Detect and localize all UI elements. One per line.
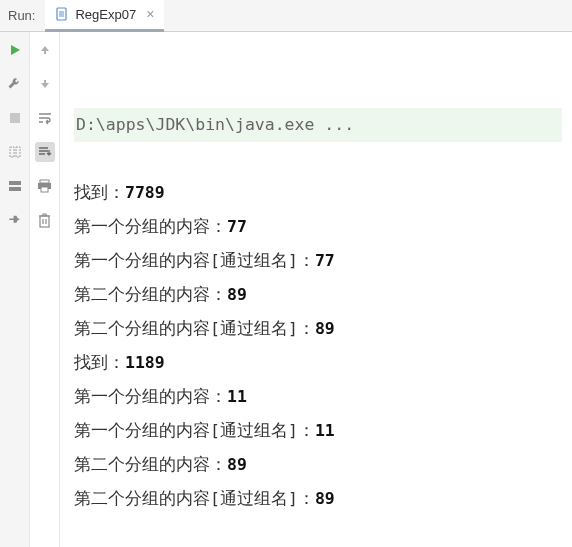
close-icon[interactable]: × (146, 6, 154, 22)
out-row: 第一个分组的内容：77 (74, 217, 247, 236)
svg-rect-2 (9, 181, 21, 185)
run-label: Run: (0, 8, 45, 23)
layout-icon[interactable] (5, 176, 25, 196)
soft-wrap-icon[interactable] (35, 108, 55, 128)
svg-rect-1 (10, 113, 20, 123)
run-body: D:\apps\JDK\bin\java.exe ... 找到：7789 第一个… (0, 32, 572, 547)
pin-icon[interactable] (5, 210, 25, 230)
svg-rect-4 (44, 50, 46, 54)
svg-rect-9 (40, 216, 49, 227)
out-row: 找到：1189 (74, 353, 165, 372)
svg-rect-3 (9, 187, 21, 191)
blank-line (74, 516, 562, 547)
out-row: 第二个分组的内容[通过组名]：89 (74, 319, 335, 338)
svg-rect-8 (41, 187, 48, 192)
dump-threads-icon[interactable] (5, 142, 25, 162)
wrench-icon[interactable] (5, 74, 25, 94)
out-row: 第一个分组的内容：11 (74, 387, 247, 406)
command-line: D:\apps\JDK\bin\java.exe ... (74, 108, 562, 142)
tab-label: RegExp07 (75, 7, 136, 22)
up-arrow-icon[interactable] (35, 40, 55, 60)
run-header: Run: RegExp07 × (0, 0, 572, 32)
scroll-to-end-icon[interactable] (35, 142, 55, 162)
out-row: 第二个分组的内容[通过组名]：89 (74, 489, 335, 508)
print-icon[interactable] (35, 176, 55, 196)
console-output[interactable]: D:\apps\JDK\bin\java.exe ... 找到：7789 第一个… (60, 32, 572, 547)
out-row: 第一个分组的内容[通过组名]：77 (74, 251, 335, 270)
stop-icon[interactable] (5, 108, 25, 128)
trash-icon[interactable] (35, 210, 55, 230)
out-row: 第二个分组的内容：89 (74, 285, 247, 304)
console-toolbar (30, 32, 60, 547)
left-toolbar (0, 32, 30, 547)
rerun-icon[interactable] (5, 40, 25, 60)
out-row: 找到：7789 (74, 183, 165, 202)
svg-rect-6 (40, 180, 49, 183)
out-row: 第二个分组的内容：89 (74, 455, 247, 474)
down-arrow-icon[interactable] (35, 74, 55, 94)
out-row: 第一个分组的内容[通过组名]：11 (74, 421, 335, 440)
file-icon (55, 7, 69, 21)
svg-rect-5 (44, 80, 46, 84)
run-tab[interactable]: RegExp07 × (45, 0, 164, 32)
